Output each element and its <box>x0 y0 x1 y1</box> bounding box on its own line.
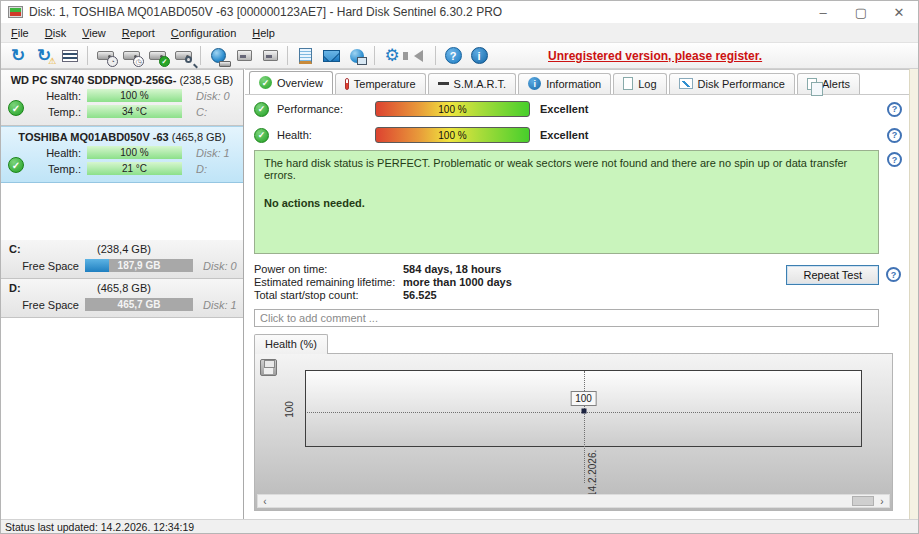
disk-gauge-icon[interactable]: ◔ <box>92 44 118 67</box>
main-panel: ✓ Overview Temperature S.M.A.R.T. i Info… <box>245 69 909 519</box>
tab-label: Overview <box>277 77 323 89</box>
tab-smart[interactable]: S.M.A.R.T. <box>428 73 517 94</box>
y-axis-tick: 100 <box>284 401 295 418</box>
usb-disk-icon[interactable] <box>257 44 283 67</box>
tab-temperature[interactable]: Temperature <box>335 73 426 94</box>
disk-number: Disk: 1 <box>196 147 230 159</box>
tab-alerts[interactable]: Alerts <box>797 73 860 94</box>
health-chart: 100 100 14.2.2026. ‹ › <box>254 353 893 511</box>
chart-scrollbar[interactable]: ‹ › <box>257 494 890 508</box>
maximize-button[interactable]: ▢ <box>842 1 880 23</box>
tab-log[interactable]: Log <box>613 73 666 94</box>
free-space-value: 187,9 GB <box>118 260 161 271</box>
tab-label: Disk Performance <box>698 78 785 90</box>
help-icon[interactable]: ? <box>887 102 902 117</box>
title-bar: Disk: 1, TOSHIBA MQ01ABD050V -63 [000000… <box>1 1 918 23</box>
performance-value: 100 % <box>438 104 466 115</box>
menu-bar: File Disk View Report Configuration Help <box>1 23 918 43</box>
health-label: Health: <box>277 129 375 141</box>
disk-item-0[interactable]: WD PC SN740 SDDPNQD-256G- (238,5 GB) ✓ H… <box>1 70 243 126</box>
menu-disk[interactable]: Disk <box>37 25 74 41</box>
partition-item-d[interactable]: D: (465,8 GB) Free Space 465,7 GB Disk: … <box>1 279 243 318</box>
x-axis-tick: 14.2.2026. <box>587 450 598 497</box>
minimize-button[interactable]: – <box>804 1 842 23</box>
health-bar: 100 % <box>375 127 530 143</box>
scroll-left-arrow[interactable]: ‹ <box>258 495 272 507</box>
close-button[interactable]: ✕ <box>880 1 918 23</box>
refresh-icon[interactable]: ↻ <box>5 44 31 67</box>
tab-label: Alerts <box>822 78 850 90</box>
stat-label: Total start/stop count: <box>254 289 403 301</box>
ok-check-icon: ✓ <box>254 102 269 117</box>
help-icon[interactable]: ? <box>887 128 902 143</box>
thermometer-icon <box>345 78 349 90</box>
sound-icon[interactable] <box>405 44 431 67</box>
network-icon[interactable] <box>344 44 370 67</box>
health-rating: Excellent <box>540 129 588 141</box>
toolbar-separator <box>287 46 288 65</box>
health-value: 100 % <box>438 130 466 141</box>
removable-disk-icon[interactable] <box>231 44 257 67</box>
partition-item-c[interactable]: C: (238,4 GB) Free Space 187,9 GB Disk: … <box>1 240 243 279</box>
help-icon[interactable]: ? <box>440 44 466 67</box>
data-point-label: 100 <box>570 391 597 406</box>
help-icon[interactable]: ? <box>887 152 902 167</box>
disk-name: WD PC SN740 SDDPNQD-256G- <box>11 74 177 86</box>
free-space-label: Free Space <box>9 299 79 311</box>
menu-file[interactable]: File <box>3 25 37 41</box>
chart-tab-health[interactable]: Health (%) <box>254 334 328 354</box>
disk-ok-icon: ✓ <box>8 157 24 173</box>
tab-disk-performance[interactable]: Disk Performance <box>669 73 795 94</box>
stat-label: Estimated remaining lifetime: <box>254 276 403 288</box>
toolbar-separator <box>435 46 436 65</box>
disk-ok-icon: ✓ <box>8 100 24 116</box>
plot-area-wrap: 100 14.2.2026. <box>305 370 862 496</box>
temp-bar: 21 °C <box>87 162 182 175</box>
partition-size: (238,4 GB) <box>97 243 151 255</box>
menu-help[interactable]: Help <box>244 25 283 41</box>
disk-list-empty-area <box>1 183 243 240</box>
log-icon[interactable] <box>292 44 318 67</box>
menu-view[interactable]: View <box>74 25 114 41</box>
help-icon[interactable]: ? <box>886 267 901 282</box>
disk-item-1-selected[interactable]: TOSHIBA MQ01ABD050V -63 (465,8 GB) ✓ Hea… <box>1 126 243 183</box>
data-point <box>581 409 586 414</box>
tab-overview[interactable]: ✓ Overview <box>249 71 333 94</box>
toolbar-separator <box>374 46 375 65</box>
partition-drive: D: <box>9 282 21 294</box>
partition-size: (465,8 GB) <box>97 282 151 294</box>
drive-letter: C: <box>196 106 207 118</box>
info-icon[interactable]: i <box>466 44 492 67</box>
refresh-warning-icon[interactable]: ↻⚠ <box>31 44 57 67</box>
performance-row: ✓ Performance: 100 % Excellent ? <box>245 97 909 121</box>
stat-value: 56.525 <box>403 289 437 301</box>
save-chart-icon[interactable] <box>260 359 277 376</box>
window-right-edge <box>909 69 918 519</box>
settings-gear-icon[interactable]: ⚙ <box>379 44 405 67</box>
health-label: Health: <box>31 147 81 159</box>
free-space-label: Free Space <box>9 260 79 272</box>
repeat-test-button[interactable]: Repeat Test <box>786 265 879 285</box>
disk-number: Disk: 0 <box>203 260 237 272</box>
email-icon[interactable] <box>318 44 344 67</box>
disk-status-box: The hard disk status is PERFECT. Problem… <box>254 150 879 254</box>
health-value: 100 % <box>120 147 148 158</box>
menu-configuration[interactable]: Configuration <box>163 25 244 41</box>
tab-information[interactable]: i Information <box>518 73 611 94</box>
disk-check-icon[interactable]: ✓ <box>144 44 170 67</box>
comment-input[interactable] <box>254 309 879 327</box>
health-label: Health: <box>31 90 81 102</box>
report-icon[interactable] <box>57 44 83 67</box>
tab-label: Log <box>638 78 656 90</box>
network-disk-icon[interactable] <box>205 44 231 67</box>
disk-name: TOSHIBA MQ01ABD050V -63 <box>18 131 168 143</box>
page-icon <box>623 77 633 90</box>
scroll-thumb[interactable] <box>852 496 874 506</box>
disk-number: Disk: 1 <box>203 299 237 311</box>
stats-block: Power on time: 584 days, 18 hours Estima… <box>254 263 512 302</box>
disk-search-icon[interactable] <box>170 44 196 67</box>
scroll-right-arrow[interactable]: › <box>875 495 889 507</box>
menu-report[interactable]: Report <box>114 25 163 41</box>
register-link[interactable]: Unregistered version, please register. <box>548 49 762 63</box>
disk-clock-icon[interactable]: ◷ <box>118 44 144 67</box>
